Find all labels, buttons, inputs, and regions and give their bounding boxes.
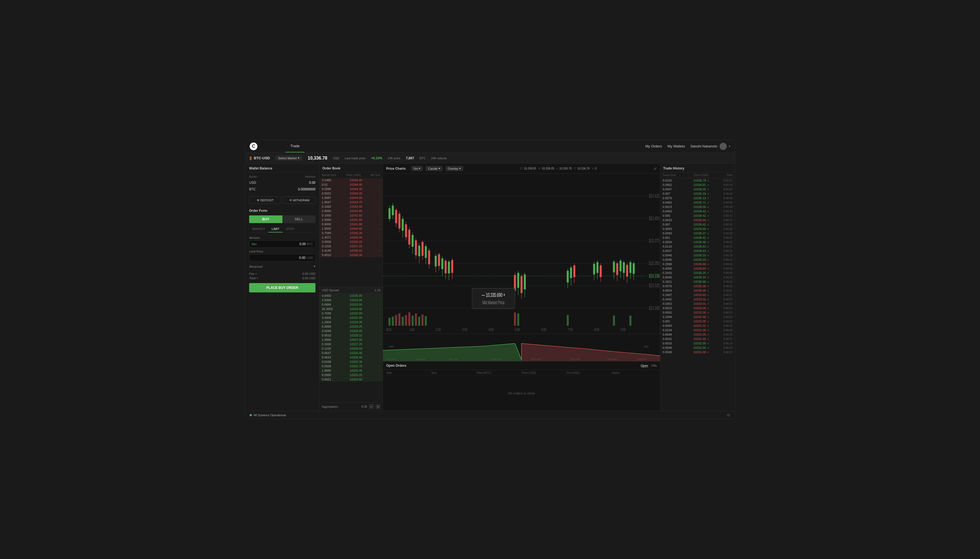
advanced-row[interactable]: Advanced ▾ [249,263,315,269]
withdraw-button[interactable]: ⊖ WITHDRAW [284,197,316,204]
sell-tab[interactable]: SELL [282,215,316,223]
candlestick-chart-area[interactable]: $10,425 $10,400 $10,375 $10,350 $10,336.… [383,174,660,334]
aggregation-row: Aggregation 0.05 − + [320,402,383,411]
order-book-bid-row[interactable]: 4.045010335.05- [320,294,383,298]
spread-value: 1.19 [375,289,380,292]
order-book-ask-row[interactable]: 0.592210344.30- [320,191,383,195]
order-book-ask-row[interactable]: 3.000010339.25- [320,240,383,244]
order-book-bid-row[interactable]: 0.001010328.15- [320,333,383,337]
th-size-header: Trade Size [663,174,676,177]
order-book-ask-row[interactable]: 0.0110344.40- [320,182,383,187]
amount-input[interactable] [259,242,306,246]
svg-text:$10,380: $10,380 [531,358,541,361]
buy-tab[interactable]: BUY [249,215,282,223]
order-book-bid-row[interactable]: 0.003710326.45- [320,351,383,355]
order-book-ask-row[interactable]: 1.004710343.75- [320,200,383,204]
order-book-bid-row[interactable]: 1.000010325.45- [320,368,383,373]
limit-price-input[interactable] [252,256,305,260]
order-book-ask-row[interactable]: 0.759910340.35- [320,231,383,235]
trade-history-row: 0.002310336.66 ↗9:49:37 [660,218,735,222]
stop-tab[interactable]: STOP [283,226,298,232]
deposit-button[interactable]: ⊕ DEPOSIT [249,197,281,204]
order-book-bid-row[interactable]: 3.026810329.00- [320,329,383,333]
chart-expand-icon[interactable]: ⤢ [653,167,657,171]
order-book-bid-row[interactable]: 0.098410333.50- [320,302,383,307]
order-book-bid-row[interactable]: 0.100010327.25- [320,342,383,346]
ob-asks-container[interactable]: 3.140010344.45-0.0110344.40-0.299910344.… [320,178,383,287]
trade-history-row: 0.095210336.81 ↗9:50:14 [660,183,735,187]
svg-rect-44 [418,246,420,256]
user-area[interactable]: Satoshi Nakamoto ▾ [690,143,730,150]
svg-text:$10,375: $10,375 [649,238,660,243]
order-book-ask-row[interactable]: 2.000010342.85- [320,209,383,213]
btc-label: BTC [249,187,256,191]
svg-rect-86 [616,263,618,275]
wallet-table: Asset Amount USD 0.00 BTC 0.00000000 [245,172,319,194]
order-book-ask-row[interactable]: 1.008710344.00- [320,195,383,200]
my-wallets-link[interactable]: My Wallets [668,144,685,148]
logo[interactable]: C [250,142,257,150]
order-book-ask-row[interactable]: 2.414010336.55- [320,248,383,253]
trade-history-row: 0.002310338.05 ↗9:49:48 [660,205,735,209]
tab-trade[interactable]: Trade [285,140,305,152]
aggregation-decrease[interactable]: − [369,404,374,409]
wallet-row-usd: USD 0.00 [249,179,315,186]
trading-pair: BTC-USD [254,156,270,160]
open-orders-panel: Open Orders Open Fills Side Size Filled … [383,361,660,411]
fills-tab[interactable]: Fills [651,364,657,367]
order-book-bid-row[interactable]: 0.050010325.75- [320,364,383,368]
order-book-ask-row[interactable]: 2.000010341.95- [320,218,383,222]
chevron-down-icon: ▾ [298,156,300,160]
order-book-ask-row[interactable]: 0.299910344.35- [320,187,383,191]
svg-rect-66 [517,273,519,288]
timeframe-select[interactable]: 5m ▾ [411,166,423,171]
trade-history-row: 0.004810332.95 ↗9:48:28 [660,332,735,337]
order-book-bid-row[interactable]: 25.300010333.00- [320,307,383,311]
trade-history-row: 0.002310333.00 ↗9:48:53 [660,306,735,310]
place-order-button[interactable]: PLACE BUY ORDER [249,283,315,293]
select-market-button[interactable]: Select Market ▾ [275,155,302,160]
settings-icon[interactable]: ⚙ [727,413,730,417]
order-book-bid-row[interactable]: 2.500010334.95- [320,298,383,302]
th-rows[interactable]: 0.010210336.78 ↗9:50:150.095210336.81 ↗9… [660,178,735,411]
trade-history-row: 0.296810336.80 ↗9:49:06 [660,262,735,266]
order-book-bid-row[interactable]: 0.002310326.40- [320,355,383,360]
th-header: Trade Size Price (USD) Time [660,172,735,178]
order-book-bid-row[interactable]: 3.000010331.00- [320,316,383,320]
limit-tab[interactable]: LIMIT [269,226,283,232]
order-book-bid-row[interactable]: 0.002110324.50- [320,377,383,382]
order-book-bid-row[interactable]: 0.122010326.50- [320,346,383,351]
trade-history-panel: Trade History Trade Size Price (USD) Tim… [660,164,735,411]
my-orders-link[interactable]: My Orders [645,144,662,148]
change-label: 24h price [388,157,400,160]
order-book-ask-row[interactable]: 5.601010336.30- [320,253,383,257]
order-book-ask-row[interactable]: 3.140010344.45- [320,178,383,182]
order-book-ask-row[interactable]: 0.600010341.80- [320,222,383,227]
chart-type-select[interactable]: Candle ▾ [426,166,443,171]
max-link[interactable]: Max [252,243,257,246]
svg-rect-104 [411,316,413,326]
trade-history-row: 0.109410332.96 ↗9:48:53 [660,315,735,319]
depth-chart-area: -300 300 $10,180 $10,230 $10,280 $10,330… [383,334,660,361]
order-form-title: Order Form [249,209,315,213]
aggregation-increase[interactable]: + [375,404,380,409]
trade-history-row: 0.344210333.01 ↗9:48:54 [660,297,735,301]
order-book-bid-row[interactable]: 0.759910332.90- [320,311,383,316]
order-book-ask-row[interactable]: 0.100010342.65- [320,213,383,218]
order-book-bid-row[interactable]: 0.099910329.25- [320,324,383,329]
ob-bids-container[interactable]: 4.045010335.05-2.500010334.95-0.09841033… [320,294,383,402]
svg-rect-68 [521,276,522,293]
overlay-select[interactable]: Overlay ▾ [445,166,463,171]
order-book-bid-row[interactable]: 6.000010325.25- [320,373,383,377]
order-book-bid-row[interactable]: 1.000010327.95- [320,337,383,342]
open-tab[interactable]: Open [641,364,648,367]
order-book-ask-row[interactable]: 0.100010342.90- [320,204,383,209]
order-book-bid-row[interactable]: 1.290410329.35- [320,320,383,324]
trade-history-row: 0.004710338.05 ↗9:50:02 [660,187,735,192]
order-book-bid-row[interactable]: 0.616810326.30- [320,360,383,364]
order-book-ask-row[interactable]: 1.437110340.00- [320,235,383,240]
market-tab[interactable]: MARKET [249,226,269,232]
last-price-label: Last trade price [345,157,366,160]
order-book-ask-row[interactable]: 0.132010337.35- [320,244,383,248]
order-book-ask-row[interactable]: 1.000010340.65- [320,227,383,231]
